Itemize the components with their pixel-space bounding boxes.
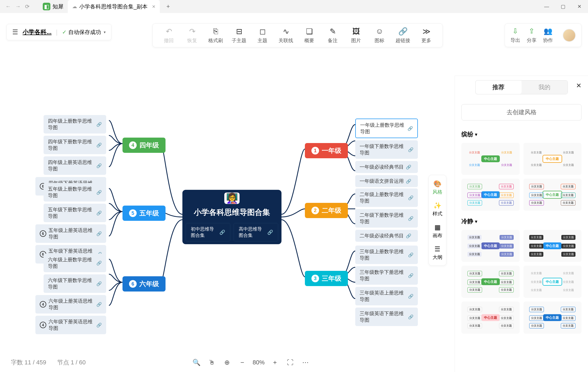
grade-6-node[interactable]: 6六年级 (122, 276, 166, 292)
link-icon: 🔗 (96, 190, 102, 195)
grade-4-node[interactable]: 4四年级 (122, 138, 166, 153)
leaf-node[interactable]: 一年级必读经典书目🔗 (355, 161, 418, 173)
nav-forward-icon[interactable]: → (15, 3, 21, 10)
template-card[interactable]: 中心主题分支主题分支主题分支主题分支主题分支主题分支主题 (523, 302, 582, 334)
tab-document[interactable]: ☁ 小学各科思维导图合集_副本 ✕ (68, 0, 160, 13)
subtopic-button[interactable]: ⊟子主题 (231, 27, 247, 44)
leaf-node[interactable]: 4六年级上册英语思维导图🔗 (35, 295, 106, 314)
leaf-node[interactable]: 二年级下册数学思维导图🔗 (355, 209, 418, 228)
zoom-level: 80% (253, 359, 265, 366)
grade-2-node[interactable]: 2二年级 (305, 203, 348, 218)
count-badge: 4 (40, 301, 46, 308)
export-button[interactable]: ⇩导出 (510, 27, 520, 44)
template-card[interactable]: 中心主题分支主题分支主题分支主题分支主题分支主题分支主题 (461, 266, 520, 298)
grade-5-node[interactable]: 5五年级 (122, 206, 166, 221)
tab-close-icon[interactable]: ✕ (152, 4, 155, 9)
leaf-node[interactable]: 三年级英语下册思维导图🔗 (355, 308, 418, 326)
more-options-icon[interactable]: ⋯ (301, 358, 310, 367)
section-colorful[interactable]: 缤纷▾ (455, 126, 588, 141)
grade-1-node[interactable]: 1一年级 (305, 143, 348, 158)
avatar[interactable] (563, 29, 576, 42)
menu-icon[interactable]: ☰ (12, 28, 18, 36)
node-count: 节点 1 / 60 (57, 358, 86, 367)
leaf-node[interactable]: 五年级上册数学思维导图🔗 (44, 183, 106, 202)
collab-button[interactable]: 👥协作 (543, 27, 553, 44)
tab-home[interactable]: ◧ 知犀 (38, 0, 68, 13)
search-icon[interactable]: 🔍 (192, 358, 201, 367)
canvas-button[interactable]: ▦画布 (433, 224, 442, 239)
leaf-node[interactable]: 三年级上册数学思维导图🔗 (355, 246, 418, 264)
document-title[interactable]: 小学各科... (23, 28, 51, 36)
topic-button[interactable]: ◻主题 (254, 27, 271, 44)
relation-button[interactable]: ∿关联线 (277, 27, 294, 44)
leaf-node[interactable]: 六年级上册数学思维导图🔗 (44, 254, 106, 272)
panel-close-icon[interactable]: ✕ (576, 82, 581, 89)
more-button[interactable]: ≫更多 (418, 27, 435, 44)
create-style-button[interactable]: 去创建风格 (461, 104, 581, 120)
leaf-node[interactable]: 四年级上册数学思维导图🔗 (44, 115, 106, 134)
count-badge: 6 (40, 230, 46, 237)
template-card[interactable]: 中心主题分支主题分支主题分支主题分支主题分支主题分支主题 (461, 302, 520, 334)
link-icon: 🔗 (96, 281, 102, 286)
word-count: 字数 11 / 459 (11, 358, 46, 367)
relation-icon: ∿ (283, 27, 289, 36)
maximize-icon[interactable]: ▢ (560, 3, 566, 10)
leaf-node[interactable]: 四年级上册英语思维导图🔗 (44, 156, 106, 175)
count-badge: 4 (40, 322, 46, 328)
mouse-icon[interactable]: 🖱 (207, 358, 217, 367)
template-card[interactable]: 中心主题分支主题分支主题分支主题分支主题 (461, 143, 520, 175)
leaf-node[interactable]: 4六年级下册英语思维导图🔗 (35, 316, 106, 334)
template-card[interactable]: 中心主题分支主题分支主题分支主题分支主题分支主题分支主题 (461, 230, 520, 262)
notes-icon: ✎ (330, 27, 336, 36)
fit-icon[interactable]: ⛶ (285, 358, 295, 367)
leaf-node[interactable]: 6五年级上册英语思维导图🔗 (35, 224, 106, 243)
leaf-node[interactable]: 四年级下册数学思维导图🔗 (44, 136, 106, 154)
share-button[interactable]: ⇪分享 (527, 27, 537, 44)
grade-3-node[interactable]: 3三年级 (305, 271, 348, 286)
leaf-node[interactable]: 一年级上册数学思维导图🔗 (355, 119, 418, 138)
template-card[interactable]: 中心主题分支主题分支主题分支主题分支主题分支主题分支主题 (461, 179, 520, 211)
minimize-icon[interactable]: — (543, 3, 550, 10)
autosave-status[interactable]: ✓ 自动保存成功 ▾ (62, 29, 106, 36)
summary-button[interactable]: ❏概要 (301, 27, 318, 44)
mindmap-canvas[interactable]: 👩‍🏫 小学各科思维导图合集 初中思维导图合集🔗 高中思维导图合集🔗 1一年级 … (0, 46, 463, 345)
leaf-node[interactable]: 一年级语文拼音运用🔗 (355, 175, 418, 187)
leaf-node[interactable]: 六年级下册数学思维导图🔗 (44, 274, 106, 293)
leaf-node[interactable]: 二年级必读经典书目🔗 (355, 230, 418, 242)
leaf-node[interactable]: 三年级数学下册思维导图🔗 (355, 266, 418, 285)
link-icon: 🔗 (408, 252, 414, 258)
template-card[interactable]: 中心主题分支主题分支主题分支主题分支主题分支主题分支主题 (523, 230, 582, 262)
template-card[interactable]: 中心主题分支主题分支主题分支主题分支主题 (523, 143, 582, 175)
notes-button[interactable]: ✎备注 (324, 27, 341, 44)
close-window-icon[interactable]: ✕ (576, 3, 583, 10)
tab-mine[interactable]: 我的 (522, 80, 568, 94)
format-button[interactable]: ✨样式 (433, 202, 442, 217)
leaf-node[interactable]: 三年级英语上册思维导图🔗 (355, 287, 418, 305)
zoom-in-button[interactable]: + (270, 358, 280, 367)
zoom-out-button[interactable]: − (237, 358, 247, 367)
redo-button[interactable]: ↷恢复 (184, 27, 201, 44)
outline-button[interactable]: ☰大纲 (433, 245, 442, 261)
tab-recommend[interactable]: 推荐 (476, 80, 522, 94)
link-icon: 🔗 (267, 230, 273, 235)
tab-add-button[interactable]: + (166, 3, 170, 10)
center-node[interactable]: 👩‍🏫 小学各科思维导图合集 初中思维导图合集🔗 高中思维导图合集🔗 (182, 190, 281, 244)
sub-link-1[interactable]: 初中思维导图合集🔗 (186, 223, 230, 241)
compass-icon[interactable]: ⊕ (222, 358, 232, 367)
style-button[interactable]: 🎨风格 (433, 180, 442, 195)
undo-button[interactable]: ↶撤回 (160, 27, 177, 44)
sub-link-2[interactable]: 高中思维导图合集🔗 (234, 223, 278, 241)
leaf-node[interactable]: 二年级上册数学思维导图🔗 (355, 188, 418, 207)
nav-refresh-icon[interactable]: ⟳ (25, 3, 30, 10)
template-card[interactable]: 中心主题分支主题分支主题分支主题分支主题分支主题分支主题 (523, 266, 582, 298)
template-card[interactable]: 中心主题分支主题分支主题分支主题分支主题分支主题分支主题 (523, 179, 582, 211)
hyperlink-button[interactable]: 🔗超链接 (394, 27, 411, 44)
format-painter-button[interactable]: ⎘格式刷 (207, 27, 224, 44)
image-button[interactable]: 🖼图片 (348, 27, 365, 44)
leaf-node[interactable]: 一年级下册数学思维导图🔗 (355, 140, 418, 159)
icons-button[interactable]: ☺图标 (371, 27, 388, 44)
nav-back-icon[interactable]: ← (5, 3, 11, 10)
section-calm[interactable]: 冷静▾ (455, 213, 588, 228)
leaf-node[interactable]: 五年级下册数学思维导图🔗 (44, 204, 106, 222)
status-bar: 字数 11 / 459 节点 1 / 60 🔍 🖱 ⊕ − 80% + ⛶ ⋯ (0, 353, 463, 372)
